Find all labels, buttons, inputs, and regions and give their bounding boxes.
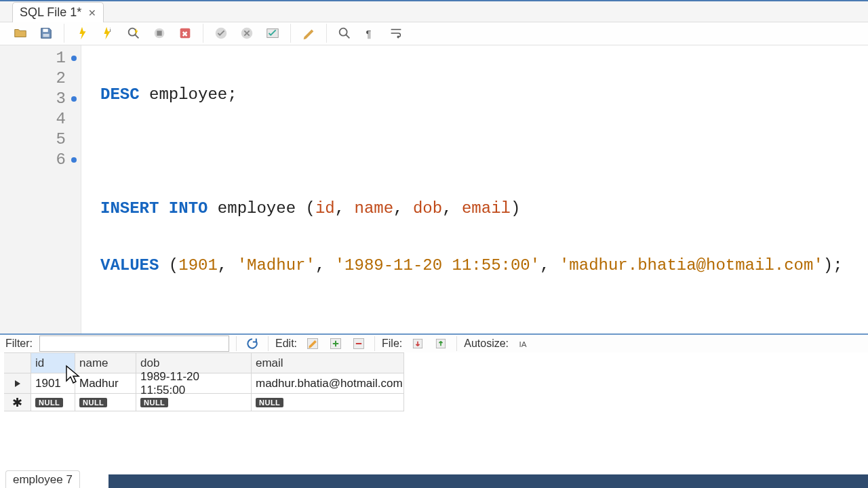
- file-label: File:: [382, 338, 402, 350]
- result-panel: id name dob email 1901 Madhur 1989-11-20…: [0, 352, 868, 488]
- filter-label: Filter:: [5, 338, 33, 350]
- cell-null[interactable]: NULL: [75, 394, 136, 411]
- commit-button[interactable]: [210, 22, 232, 44]
- find-button[interactable]: [334, 22, 355, 44]
- rollback-button[interactable]: [236, 22, 258, 44]
- invisible-chars-button[interactable]: ¶: [359, 22, 381, 44]
- stop-button[interactable]: [149, 22, 170, 44]
- explain-button[interactable]: [123, 22, 144, 44]
- row-selector[interactable]: [4, 373, 31, 394]
- cell-dob[interactable]: 1989-11-20 11:55:00: [136, 373, 252, 394]
- svg-text:✖: ✖: [182, 30, 188, 38]
- refresh-button[interactable]: [243, 335, 261, 352]
- cell-null[interactable]: NULL: [31, 394, 75, 411]
- import-button[interactable]: [409, 335, 427, 352]
- autosize-label: Autosize:: [464, 338, 509, 350]
- wrap-button[interactable]: [385, 22, 407, 44]
- beautify-button[interactable]: [298, 22, 319, 44]
- result-tab[interactable]: employee 7: [5, 470, 80, 488]
- new-row-selector[interactable]: ✱: [4, 394, 31, 411]
- editor-toolbar: і ✖ ¶: [0, 22, 868, 45]
- export-button[interactable]: [432, 335, 450, 352]
- line-gutter: 1 2 3 4 5 6: [0, 45, 81, 333]
- svg-rect-6: [157, 31, 161, 36]
- col-header-name[interactable]: name: [75, 353, 136, 373]
- cell-null[interactable]: NULL: [252, 394, 404, 411]
- grid-corner: [4, 353, 31, 373]
- add-row-button[interactable]: [327, 335, 344, 352]
- edit-row-button[interactable]: [304, 335, 321, 352]
- execute-current-button[interactable]: і: [97, 22, 119, 44]
- tab-bar: SQL File 1* ✕: [0, 1, 868, 22]
- col-header-email[interactable]: email: [252, 353, 404, 373]
- col-header-id[interactable]: id: [31, 353, 75, 373]
- cell-name[interactable]: Madhur: [75, 373, 136, 394]
- autosize-button[interactable]: IA: [515, 335, 533, 352]
- result-grid[interactable]: id name dob email 1901 Madhur 1989-11-20…: [4, 352, 404, 411]
- delete-row-button[interactable]: [350, 335, 368, 352]
- status-bar: [108, 474, 868, 488]
- sql-editor[interactable]: 1 2 3 4 5 6 DESC employee; INSERT INTO e…: [0, 45, 868, 333]
- cell-null[interactable]: NULL: [136, 394, 252, 411]
- code-area[interactable]: DESC employee; INSERT INTO employee (id,…: [81, 45, 868, 333]
- cell-id[interactable]: 1901: [31, 373, 75, 394]
- tab-sql-file[interactable]: SQL File 1* ✕: [12, 2, 104, 22]
- close-icon[interactable]: ✕: [88, 8, 96, 18]
- autocommit-button[interactable]: [262, 22, 283, 44]
- result-toolbar: Filter: Edit: File: Autosize: IA: [0, 333, 868, 352]
- stop-all-button[interactable]: ✖: [174, 22, 196, 44]
- save-file-button[interactable]: [35, 22, 57, 44]
- svg-text:IA: IA: [519, 340, 527, 348]
- svg-line-15: [346, 35, 349, 39]
- tab-title: SQL File 1*: [20, 5, 81, 20]
- svg-rect-1: [43, 34, 49, 37]
- filter-input[interactable]: [39, 336, 229, 352]
- svg-text:і: і: [110, 27, 111, 33]
- svg-rect-0: [43, 29, 47, 33]
- svg-text:¶: ¶: [366, 28, 372, 39]
- execute-button[interactable]: [71, 22, 93, 44]
- svg-line-4: [135, 35, 139, 39]
- cell-email[interactable]: madhur.bhatia@hotmail.com: [252, 373, 404, 394]
- edit-label: Edit:: [275, 338, 297, 350]
- open-file-button[interactable]: [9, 22, 31, 44]
